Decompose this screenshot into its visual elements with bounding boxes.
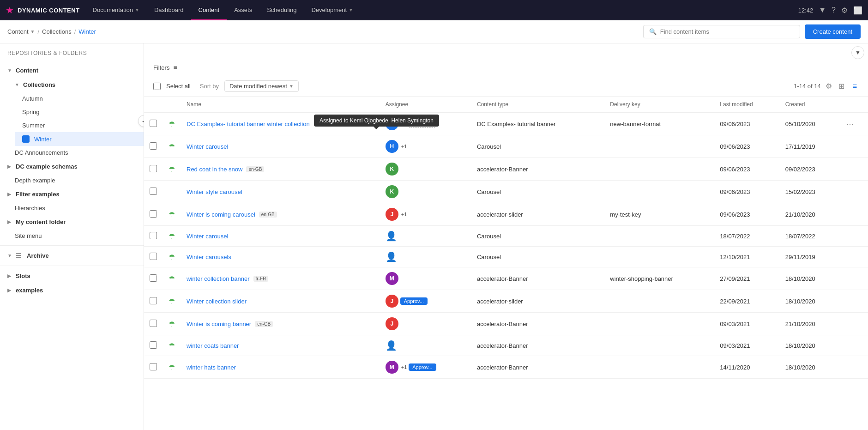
sidebar-item-my-content-folder[interactable]: ▶ My content folder <box>7 215 144 229</box>
content-name-10[interactable]: winter coats banner <box>187 342 239 349</box>
content-name-1[interactable]: Winter carousel <box>187 143 228 150</box>
nav-scheduling[interactable]: Scheduling <box>259 0 304 20</box>
row-checkbox-7[interactable] <box>150 274 157 282</box>
last-modified-7: 27/09/2021 <box>714 267 779 290</box>
content-table: Name Assignee Content type Delivery key … <box>144 97 868 379</box>
collections-expand-icon: ▼ <box>15 82 20 87</box>
row-checkbox-6[interactable] <box>150 253 157 260</box>
settings-icon[interactable]: ⚙ <box>841 6 848 15</box>
grid-view-button[interactable]: ⊞ <box>837 80 846 92</box>
created-1: 17/11/2019 <box>780 135 841 158</box>
help-icon[interactable]: ? <box>832 6 836 14</box>
sidebar-item-spring[interactable]: Spring <box>15 105 144 119</box>
column-settings-button[interactable]: ⚙ <box>826 82 832 91</box>
nav-time-caret-icon[interactable]: ▼ <box>819 6 826 14</box>
created-0: 05/10/2020 <box>780 113 841 135</box>
sort-by-label: Sort by <box>200 83 219 90</box>
nav-content[interactable]: Content <box>191 0 227 20</box>
sidebar-item-filter-examples[interactable]: ▶ Filter examples <box>7 187 144 201</box>
table-row: ☂Winter is coming banneren-GBJaccelerato… <box>144 313 868 335</box>
content-name-3[interactable]: Winter style carousel <box>187 188 242 195</box>
content-name-9[interactable]: Winter is coming banner <box>187 321 251 327</box>
row-checkbox-10[interactable] <box>150 341 157 349</box>
locale-badge-7: fr-FR <box>253 276 269 282</box>
search-input[interactable] <box>660 28 794 35</box>
approved-badge-8: Approv... <box>400 297 428 305</box>
row-checkbox-8[interactable] <box>150 297 157 304</box>
sidebar-item-dc-example-schemas[interactable]: ▶ DC example schemas <box>7 159 144 174</box>
person-icon-5: 👤 <box>386 230 397 242</box>
create-content-button[interactable]: Create content <box>805 24 861 39</box>
content-name-2[interactable]: Red coat in the snow <box>187 166 242 173</box>
content-name-0[interactable]: DC Examples- tutorial banner winter coll… <box>187 121 310 127</box>
row-checkbox-3[interactable] <box>150 188 157 195</box>
content-name-6[interactable]: Winter carousels <box>187 254 231 260</box>
content-name-5[interactable]: Winter carousel <box>187 233 228 240</box>
name-cell-7: winter collection bannerfr-FR <box>187 275 374 282</box>
select-all-label[interactable]: Select all <box>166 83 191 90</box>
row-checkbox-0[interactable] <box>150 120 157 127</box>
nav-dashboard[interactable]: Dashboard <box>147 0 191 20</box>
sidebar-my-content-label: My content folder <box>16 218 66 225</box>
sidebar-item-slots[interactable]: ▶ Slots <box>0 269 144 283</box>
breadcrumb-content-caret: ▼ <box>30 29 35 34</box>
sidebar-item-archive[interactable]: ▼ ☰ Archive <box>0 248 144 263</box>
content-type-1: Carousel <box>471 135 604 158</box>
content-type-10: accelerator-Banner <box>471 335 604 356</box>
sidebar-item-content[interactable]: ▼ Content <box>0 63 144 78</box>
sidebar-item-examples[interactable]: ▶ examples <box>0 283 144 297</box>
row-checkbox-5[interactable] <box>150 232 157 239</box>
content-name-7[interactable]: winter collection banner <box>187 275 250 282</box>
my-content-expand-icon: ▶ <box>7 219 13 224</box>
assignee-cell-0: H+1+ Status <box>386 117 466 130</box>
list-view-button[interactable]: ≡ <box>851 80 859 92</box>
nav-documentation[interactable]: Documentation ▼ <box>85 0 147 20</box>
sidebar-item-winter[interactable]: Winter <box>15 132 144 146</box>
search-box[interactable]: 🔍 <box>643 25 800 38</box>
filter-icon[interactable]: ≡ <box>173 64 177 71</box>
name-cell-9: Winter is coming banneren-GB <box>187 321 374 327</box>
toolbar-right: 1-14 of 14 ⚙ ⊞ ≡ <box>794 80 859 92</box>
content-type-11: accelerator-Banner <box>471 356 604 379</box>
row-checkbox-4[interactable] <box>150 210 157 218</box>
last-modified-8: 22/09/2021 <box>714 290 779 313</box>
more-button-0[interactable]: ⋯ <box>846 120 854 128</box>
row-checkbox-2[interactable] <box>150 165 157 172</box>
sidebar-item-hierarchies[interactable]: Hierarchies <box>7 201 144 215</box>
sidebar-item-autumn[interactable]: Autumn <box>15 92 144 105</box>
scroll-expand-button[interactable]: ▼ <box>851 46 864 59</box>
status-badge-0[interactable]: + Status <box>409 120 436 128</box>
breadcrumb-content[interactable]: Content ▼ <box>7 28 35 35</box>
row-checkbox-1[interactable] <box>150 142 157 150</box>
breadcrumb: Content ▼ / Collections / Winter <box>7 28 96 35</box>
th-name[interactable]: Name <box>181 97 380 113</box>
nav-assets[interactable]: Assets <box>227 0 259 20</box>
logo-star-icon: ★ <box>6 5 14 16</box>
th-created: Created <box>780 97 841 113</box>
sort-button[interactable]: Date modified newest ▼ <box>224 80 299 92</box>
content-name-8[interactable]: Winter collection slider <box>187 298 247 305</box>
filter-examples-expand-icon: ▶ <box>7 192 13 197</box>
breadcrumb-bar: Content ▼ / Collections / Winter 🔍 Creat… <box>0 20 868 43</box>
sidebar-item-dc-announcements[interactable]: DC Announcements <box>7 146 144 159</box>
row-checkbox-11[interactable] <box>150 363 157 370</box>
content-name-4[interactable]: Winter is coming carousel <box>187 211 255 218</box>
sidebar-item-site-menu[interactable]: Site menu <box>7 229 144 242</box>
sidebar-collapse-button[interactable]: ◀ <box>138 115 144 127</box>
row-checkbox-9[interactable] <box>150 320 157 327</box>
select-all-checkbox[interactable] <box>153 83 161 90</box>
filters-bar: Filters ≡ <box>144 59 868 76</box>
breadcrumb-collections[interactable]: Collections <box>42 28 72 35</box>
screen-icon[interactable]: ⬜ <box>853 6 862 15</box>
sidebar-item-depth-example[interactable]: Depth example <box>7 174 144 187</box>
delivery-key-10 <box>604 335 714 356</box>
logo[interactable]: ★ Dynamic Content <box>6 5 80 16</box>
delivery-key-9 <box>604 313 714 335</box>
th-delivery-key: Delivery key <box>604 97 714 113</box>
content-name-11[interactable]: winter hats banner <box>187 364 236 371</box>
sidebar-item-summer[interactable]: Summer <box>15 119 144 132</box>
sidebar-item-collections[interactable]: ▼ Collections <box>7 78 144 92</box>
name-cell-2: Red coat in the snowen-GB <box>187 166 374 173</box>
content-icon-4: ☂ <box>169 211 175 218</box>
nav-development[interactable]: Development ▼ <box>304 0 361 20</box>
